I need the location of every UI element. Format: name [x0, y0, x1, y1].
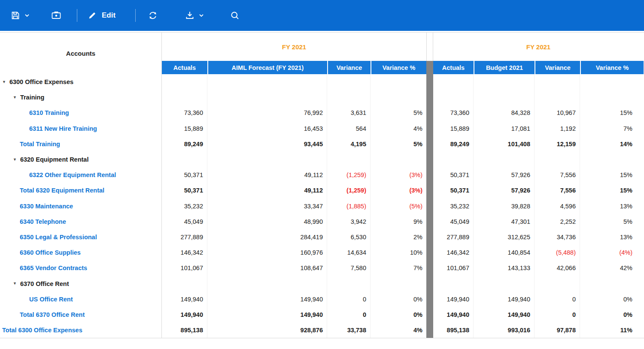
grid-body: ▼6300 Office Expenses▼Training6310 Train… [0, 74, 644, 338]
account-label-text: 6330 Maintenance [20, 203, 73, 210]
value-cell [535, 74, 580, 90]
account-link[interactable]: 6350 Legal & Professional [0, 229, 162, 245]
value-cell: 7,556 [535, 183, 580, 198]
account-group-label[interactable]: ▼6320 Equipment Rental [0, 152, 162, 167]
value-cell: 895,138 [433, 322, 474, 338]
value-cell [535, 90, 580, 105]
value-cell [535, 152, 580, 167]
value-cell: 47,301 [474, 214, 535, 229]
table-row: 6322 Other Equipment Rental50,37149,112(… [0, 167, 644, 183]
value-cell: 0 [535, 307, 580, 322]
account-group-label[interactable]: ▼6370 Office Rent [0, 276, 162, 291]
table-row: Total Training89,24993,4454,1955%89,2491… [0, 136, 644, 152]
value-cell: 101,408 [474, 136, 535, 152]
group-separator [426, 322, 433, 338]
table-row: 6340 Telephone45,04948,9903,9429%45,0494… [0, 214, 644, 229]
account-group-label[interactable]: ▼6300 Office Expenses [0, 74, 162, 90]
group-separator [426, 90, 433, 105]
edit-button[interactable]: Edit [87, 10, 116, 21]
value-cell: 35,232 [433, 199, 474, 214]
search-icon [230, 10, 240, 21]
value-cell: 1,192 [535, 121, 580, 136]
save-button[interactable] [9, 9, 30, 21]
value-cell: 33,738 [327, 322, 371, 338]
value-cell: 84,328 [474, 105, 535, 120]
account-label-text: Total 6320 Equipment Rental [20, 187, 104, 194]
value-cell [327, 74, 371, 90]
group-separator [426, 167, 433, 183]
value-cell: 3,942 [327, 214, 371, 229]
account-label-text: 6320 Equipment Rental [20, 156, 89, 163]
snapshot-button[interactable] [50, 9, 62, 21]
account-link[interactable]: Total 6320 Equipment Rental [0, 183, 162, 198]
value-cell: 15% [580, 183, 644, 198]
account-link[interactable]: Total Training [0, 136, 162, 152]
value-cell: (4%) [580, 245, 644, 260]
value-cell: 0 [327, 307, 371, 322]
account-link[interactable]: 6311 New Hire Training [0, 121, 162, 136]
value-cell: 4% [371, 121, 426, 136]
value-cell: 149,940 [433, 307, 474, 322]
value-cell [371, 74, 426, 90]
value-cell: 0% [580, 307, 644, 322]
value-cell [207, 74, 327, 90]
table-row: 6365 Vendor Contracts101,067108,6477,580… [0, 260, 644, 276]
value-cell: 9% [371, 214, 426, 229]
download-button[interactable] [184, 9, 205, 21]
account-link[interactable]: 6330 Maintenance [0, 199, 162, 214]
group-separator [426, 307, 433, 322]
value-cell: 149,940 [474, 307, 535, 322]
value-cell: 7% [580, 121, 644, 136]
collapse-arrow-icon[interactable]: ▼ [13, 158, 17, 162]
account-label-text: 6300 Office Expenses [9, 78, 73, 85]
value-cell: 73,360 [433, 105, 474, 120]
value-cell: 73,360 [162, 105, 207, 120]
table-row: ▼Training [0, 90, 644, 105]
account-link[interactable]: US Office Rent [0, 292, 162, 307]
group-separator-top [426, 33, 433, 61]
value-cell: 149,940 [162, 307, 207, 322]
collapse-arrow-icon[interactable]: ▼ [2, 80, 6, 84]
app-window: Edit [0, 0, 644, 338]
account-link[interactable]: 6310 Training [0, 105, 162, 120]
value-cell [580, 276, 644, 291]
account-link[interactable]: 6360 Office Supplies [0, 245, 162, 260]
group-separator [426, 152, 433, 167]
chevron-down-icon [199, 14, 204, 17]
value-cell: 16,453 [207, 121, 327, 136]
refresh-button[interactable] [147, 9, 159, 21]
account-label-text: 6322 Other Equipment Rental [29, 171, 116, 178]
account-link[interactable]: 6340 Telephone [0, 214, 162, 229]
column-header-actuals: Actuals [162, 61, 207, 74]
value-cell: 57,926 [474, 167, 535, 183]
table-row: ▼6300 Office Expenses [0, 74, 644, 90]
value-cell [371, 90, 426, 105]
collapse-arrow-icon[interactable]: ▼ [13, 96, 17, 99]
value-cell: 14,634 [327, 245, 371, 260]
account-link[interactable]: 6365 Vendor Contracts [0, 260, 162, 276]
value-cell: 15% [580, 105, 644, 120]
value-cell [371, 276, 426, 291]
account-link[interactable]: 6322 Other Equipment Rental [0, 167, 162, 183]
account-label-text: Training [20, 94, 44, 101]
group-separator [426, 260, 433, 276]
value-cell: 149,940 [207, 307, 327, 322]
value-cell [327, 90, 371, 105]
account-group-label[interactable]: ▼Training [0, 90, 162, 105]
table-row: Total 6300 Office Expenses895,138928,876… [0, 322, 644, 338]
account-link[interactable]: Total 6370 Office Rent [0, 307, 162, 322]
value-cell [474, 90, 535, 105]
value-cell [535, 276, 580, 291]
account-link[interactable]: Total 6300 Office Expenses [0, 322, 162, 338]
value-cell: 15% [580, 167, 644, 183]
column-header-variance-pct: Variance % [580, 61, 644, 74]
value-cell: 7% [371, 260, 426, 276]
value-cell: 928,876 [207, 322, 327, 338]
value-cell: 34,736 [535, 229, 580, 245]
value-cell: 39,828 [474, 199, 535, 214]
search-button[interactable] [229, 9, 241, 21]
value-cell: 15,889 [433, 121, 474, 136]
collapse-arrow-icon[interactable]: ▼ [13, 282, 17, 286]
value-cell: 895,138 [162, 322, 207, 338]
value-cell: 0% [371, 292, 426, 307]
